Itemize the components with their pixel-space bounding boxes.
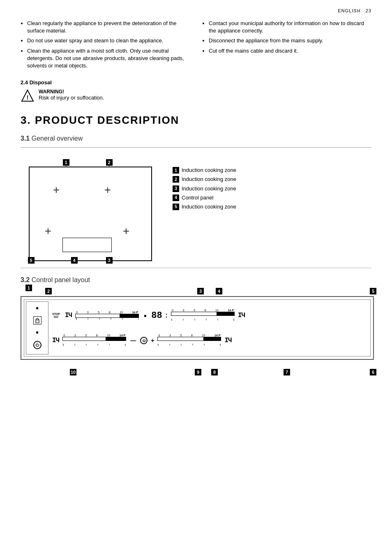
subsection-title-31: 3.1 General overview [21, 135, 371, 142]
left-bullet-list: Clean regularly the appliance to prevent… [21, 20, 190, 70]
page-header: ENGLISH 23 [21, 8, 371, 13]
disposal-number: 2.4 [21, 79, 28, 86]
slider-1-ticks [75, 318, 139, 320]
slider-4: 03581014 P [157, 334, 221, 347]
control-panel-title: Control panel layout [32, 276, 90, 283]
list-item: Clean regularly the appliance to prevent… [27, 20, 190, 35]
dot-display-1: ■ [144, 313, 146, 318]
slider-2-ticks [171, 316, 235, 322]
slider-3: 03581014 P [62, 334, 126, 347]
legend-num-4: 4 [173, 195, 179, 201]
section-number: 3. [21, 114, 35, 126]
legend-num-3: 3 [173, 185, 179, 192]
legend-list: 1 Induction cooking zone 2 Induction coo… [173, 167, 236, 211]
slider-1: 03581014 P [75, 311, 139, 320]
diagram-label-3: 3 [109, 257, 109, 261]
left-column: Clean regularly the appliance to prevent… [21, 20, 190, 73]
lock-key-icon [33, 316, 42, 324]
diagram-label-4: 4 [74, 257, 74, 261]
control-panel-diagram-wrapper: 1 2 3 4 5 [21, 296, 374, 360]
right-bullet-list: Contact your municipal authority for inf… [202, 20, 371, 55]
legend-text-4: Control panel [182, 194, 213, 202]
legend-text-1: Induction cooking zone [182, 167, 236, 174]
control-panel-section: 3.2 Control panel layout 1 2 3 4 5 [21, 276, 371, 360]
overview-diagram-area: 1 2 + + + + 5 [21, 154, 371, 268]
control-panel-rect [62, 238, 112, 252]
svg-rect-2 [36, 320, 39, 323]
page-number: 23 [366, 8, 371, 13]
warning-text-block: WARNING! Risk of injury or suffocation. [39, 89, 104, 101]
legend-text-5: Induction cooking zone [182, 203, 236, 211]
control-panel-inner-box: ⏻ STOP GO IЧ 03581014 P [24, 299, 371, 357]
zone-symbol-bottom-left: IЧ [52, 337, 59, 344]
language-label: ENGLISH [338, 8, 360, 13]
zone-cross-1: + [42, 176, 71, 204]
slider-4-track [157, 337, 221, 341]
subsection-number-32: 3.2 [21, 276, 30, 283]
plus-separator: + [151, 337, 154, 344]
slider-4-fill [203, 337, 221, 341]
subsection-title-32: 3.2 Control panel layout [21, 276, 371, 284]
legend-text-2: Induction cooking zone [182, 176, 236, 183]
legend-num-2: 2 [173, 176, 179, 183]
list-item: Contact your municipal authority for inf… [209, 20, 371, 35]
zone-symbol-bottom-right: IЧ [224, 337, 231, 344]
legend-item-2: 2 Induction cooking zone [173, 176, 236, 183]
warning-triangle-icon: ! [21, 89, 35, 104]
indicator-dot-mid [36, 331, 38, 334]
slider-2-fill [217, 312, 234, 315]
warning-title: WARNING! [39, 89, 104, 95]
zone-cross-2: + [93, 176, 122, 204]
subsection-number-31: 3.1 [21, 135, 30, 142]
legend-text-3: Induction cooking zone [182, 185, 236, 192]
indicator-dot-top [36, 307, 38, 309]
slider-4-labels: 03581014 P [157, 334, 221, 337]
diagram-label-2: 2 [109, 159, 109, 167]
legend-item-1: 1 Induction cooking zone [173, 167, 236, 174]
timer-power-icon: ⏻ [140, 337, 148, 344]
bottom-control-row: IЧ 03581014 P [52, 328, 367, 353]
slider-3-ticks [62, 341, 126, 347]
legend-item-5: 5 Induction cooking zone [173, 203, 236, 211]
zone-symbol-top-left: IЧ [65, 312, 72, 319]
main-display: 88 [151, 310, 162, 321]
intro-columns: Clean regularly the appliance to prevent… [21, 20, 371, 73]
power-button-icon: ⏻ [33, 341, 42, 349]
list-item: Cut off the mains cable and discard it. [209, 47, 371, 55]
diagram-label-1: 1 [66, 159, 66, 167]
divider [21, 147, 371, 148]
slider-2: 03581014 P [171, 309, 235, 322]
left-controls-panel: ⏻ [26, 301, 48, 354]
svg-text:!: ! [27, 94, 29, 101]
disposal-section: 2.4 Disposal ! WARNING! Risk of injury o… [21, 79, 371, 104]
general-overview-section: 3.1 General overview 1 2 + + + + [21, 135, 371, 268]
slider-1-track [75, 314, 139, 318]
top-control-row: STOP GO IЧ 03581014 P [52, 303, 367, 328]
product-description-heading: 3. PRODUCT DESCRIPTION [21, 114, 371, 127]
zone-symbol-top-right: IЧ [238, 312, 245, 319]
cooktop-diagram-container: 1 2 + + + + 5 [21, 154, 160, 261]
control-panel-outer-box: ⏻ STOP GO IЧ 03581014 P [21, 296, 374, 360]
legend-item-3: 3 Induction cooking zone [173, 185, 236, 192]
warning-box: ! WARNING! Risk of injury or suffocation… [21, 89, 371, 104]
legend-area: 1 Induction cooking zone 2 Induction coo… [173, 154, 236, 214]
disposal-heading: 2.4 Disposal [21, 79, 371, 86]
subsection-title-text: General overview [32, 135, 83, 142]
slider-4-ticks [157, 341, 221, 347]
list-item: Clean the appliance with a moist soft cl… [27, 47, 190, 70]
diagram-label-5: 5 [31, 257, 31, 261]
zone-cross-3: + [112, 217, 141, 246]
power-indicators [36, 307, 38, 309]
slider-3-fill [106, 337, 126, 341]
stop-go-button: STOP GO [52, 313, 60, 318]
slider-3-labels: 03581014 P [62, 334, 126, 337]
warning-body: Risk of injury or suffocation. [39, 95, 104, 101]
section-title: PRODUCT DESCRIPTION [35, 114, 179, 126]
legend-item-4: 4 Control panel [173, 194, 236, 202]
legend-num-1: 1 [173, 167, 179, 174]
slider-1-labels: 03581014 P [75, 311, 139, 314]
disposal-title: Disposal [30, 79, 52, 86]
zone-cross-5: + [34, 217, 62, 246]
right-column: Contact your municipal authority for inf… [202, 20, 371, 73]
dash-separator: — [130, 337, 136, 344]
